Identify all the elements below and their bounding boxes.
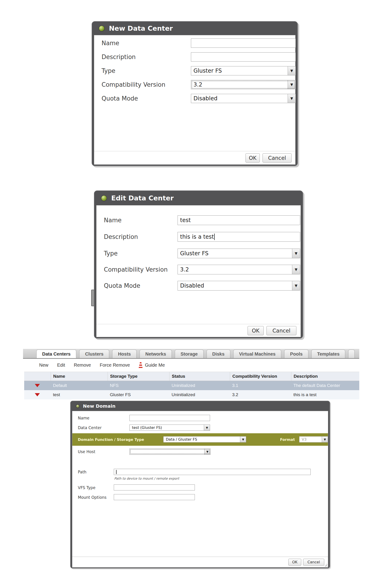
dialog-footer: OK Cancel <box>96 324 301 337</box>
column-header-compatibility-version[interactable]: Compatibility Version <box>230 372 291 381</box>
row-expander-icon[interactable] <box>35 393 40 396</box>
name-input[interactable] <box>191 39 296 48</box>
tab-data-centers[interactable]: Data Centers <box>36 350 76 358</box>
type-label: Type <box>94 67 183 74</box>
tab-hosts[interactable]: Hosts <box>112 350 136 358</box>
tab-networks[interactable]: Networks <box>140 350 172 358</box>
page: New Data Center Name Description Type Gl… <box>0 0 380 588</box>
dialog-titlebar: New Domain <box>72 401 328 411</box>
quota-mode-select[interactable]: Disabled ▼ <box>191 94 296 103</box>
description-label: Description <box>96 233 178 240</box>
dropdown-arrow-icon[interactable]: ▼ <box>292 281 300 290</box>
name-label: Name <box>78 416 89 420</box>
name-row: Name <box>94 38 295 48</box>
table-row[interactable]: test Gluster FS Uninitialized 3.2 this i… <box>24 390 359 399</box>
compatibility-version-label: Compatibility Version <box>96 266 178 273</box>
quota-mode-row: Quota Mode Disabled ▼ <box>96 281 301 291</box>
tab-clusters[interactable]: Clusters <box>79 350 109 358</box>
vfs-type-label: VFS Type <box>78 485 95 490</box>
dialog-body: Name Data Center test (Gluster FS) ▼ Dom… <box>72 411 328 567</box>
guide-me-button[interactable]: Guide Me <box>139 362 165 368</box>
new-domain-dialog: New Domain Name Data Center test (Gluste… <box>70 401 330 568</box>
compatibility-version-select[interactable]: 3.2 ▼ <box>191 80 296 89</box>
domain-function-label: Domain Function / Storage Type <box>78 438 144 442</box>
compatibility-version-row: Compatibility Version 3.2 ▼ <box>94 80 295 89</box>
dropdown-arrow-icon[interactable]: ▼ <box>288 66 295 75</box>
dropdown-arrow-icon[interactable]: ▼ <box>322 437 328 442</box>
dialog-title: New Domain <box>83 403 116 409</box>
dropdown-arrow-icon[interactable]: ▼ <box>288 94 295 103</box>
dialog-titlebar: New Data Center <box>94 22 295 35</box>
vfs-type-input[interactable] <box>114 484 195 490</box>
dropdown-arrow-icon[interactable]: ▼ <box>292 265 300 274</box>
tab-disks[interactable]: Disks <box>207 350 230 358</box>
description-input[interactable] <box>191 52 296 62</box>
dropdown-arrow-icon[interactable]: ▼ <box>240 437 246 442</box>
quota-mode-select[interactable]: Disabled ▼ <box>178 281 300 291</box>
data-centers-toolbar: New Edit Remove Force Remove Guide Me <box>23 359 359 371</box>
quota-mode-row: Quota Mode Disabled ▼ <box>94 94 295 103</box>
ok-button[interactable]: OK <box>247 326 264 335</box>
name-input[interactable]: test <box>178 215 300 225</box>
text-cursor <box>214 233 215 240</box>
lighthouse-icon <box>139 362 143 368</box>
edit-button[interactable]: Edit <box>57 362 65 368</box>
use-host-label: Use Host <box>78 449 95 454</box>
dialog-titlebar: Edit Data Center <box>96 191 301 205</box>
format-select[interactable]: V3 ▼ <box>299 436 328 442</box>
remove-button[interactable]: Remove <box>74 362 91 368</box>
dialog-body: Name test Description this is a test Typ… <box>96 205 301 337</box>
column-header-storage-type[interactable]: Storage Type <box>108 372 169 381</box>
dialog-footer: OK Cancel <box>94 151 295 164</box>
data-center-select[interactable]: test (Gluster FS) ▼ <box>130 424 210 431</box>
table-header: Name Storage Type Status Compatibility V… <box>24 372 359 381</box>
text-cursor <box>116 470 116 474</box>
domain-function-band: Domain Function / Storage Type Data / Gl… <box>72 433 328 446</box>
cancel-button[interactable]: Cancel <box>266 326 296 335</box>
data-center-orb-icon <box>98 25 105 32</box>
description-row: Description <box>94 52 295 62</box>
dialog-footer: OK Cancel <box>72 557 328 567</box>
type-select[interactable]: Gluster FS ▼ <box>178 249 300 258</box>
use-host-select[interactable]: ▼ <box>130 448 210 455</box>
column-header-status[interactable]: Status <box>169 372 230 381</box>
name-label: Name <box>94 40 183 47</box>
description-row: Description this is a test <box>96 232 301 242</box>
name-input[interactable] <box>130 415 210 421</box>
format-label: Format <box>280 438 295 442</box>
cancel-button[interactable]: Cancel <box>303 559 324 566</box>
data-centers-table: Name Storage Type Status Compatibility V… <box>24 372 359 399</box>
quota-mode-label: Quota Mode <box>94 95 183 102</box>
tab-partial[interactable] <box>348 350 355 358</box>
description-input[interactable]: this is a test <box>178 232 300 242</box>
path-input[interactable] <box>114 469 311 475</box>
tab-templates[interactable]: Templates <box>311 350 345 358</box>
column-header-description[interactable]: Description <box>291 372 359 381</box>
name-row: Name test <box>96 215 301 225</box>
tab-storage[interactable]: Storage <box>175 350 203 358</box>
quota-mode-label: Quota Mode <box>96 282 178 289</box>
path-label: Path <box>78 470 86 474</box>
force-remove-button[interactable]: Force Remove <box>100 362 130 368</box>
ok-button[interactable]: OK <box>246 153 260 163</box>
ok-button[interactable]: OK <box>288 559 301 566</box>
domain-function-select[interactable]: Data / Gluster FS ▼ <box>163 436 246 442</box>
table-row[interactable]: Default NFS Uninitialized 3.1 The defaul… <box>24 381 359 390</box>
dropdown-arrow-icon[interactable]: ▼ <box>204 425 210 431</box>
type-row: Type Gluster FS ▼ <box>94 66 295 76</box>
dialog-title: New Data Center <box>109 24 173 32</box>
compatibility-version-label: Compatibility Version <box>94 81 183 88</box>
row-expander-icon[interactable] <box>35 384 40 387</box>
dropdown-arrow-icon[interactable]: ▼ <box>288 80 295 89</box>
dropdown-arrow-icon[interactable]: ▼ <box>204 449 210 455</box>
dropdown-arrow-icon[interactable]: ▼ <box>292 249 300 258</box>
compatibility-version-select[interactable]: 3.2 ▼ <box>178 265 300 274</box>
tab-pools[interactable]: Pools <box>284 350 308 358</box>
cancel-button[interactable]: Cancel <box>263 153 292 163</box>
type-select[interactable]: Gluster FS ▼ <box>191 66 296 75</box>
mount-options-input[interactable] <box>114 494 195 500</box>
tab-virtual-machines[interactable]: Virtual Machines <box>233 350 282 358</box>
new-button[interactable]: New <box>39 362 48 368</box>
column-header-name[interactable]: Name <box>51 372 108 381</box>
edit-data-center-dialog: Edit Data Center Name test Description t… <box>94 190 303 338</box>
